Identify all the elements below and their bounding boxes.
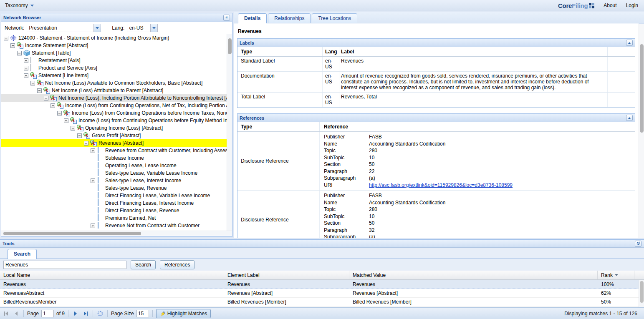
about-link[interactable]: About bbox=[604, 3, 616, 8]
lang-select-dropdown-button[interactable] bbox=[150, 24, 157, 32]
page-size-input[interactable] bbox=[136, 310, 149, 317]
tree-row[interactable]: ANet Income (Loss) Attributable to Paren… bbox=[1, 87, 227, 94]
tree-row[interactable]: 124000 - Statement - Statement of Income… bbox=[1, 34, 227, 42]
tree-row[interactable]: AIncome Statement [Abstract] bbox=[1, 42, 227, 49]
abstract-element-icon: A bbox=[37, 80, 43, 86]
network-browser-controls: Network: Presentation Lang: en-US bbox=[1, 22, 232, 34]
login-link[interactable]: Login bbox=[626, 3, 638, 8]
tree-row[interactable]: AStatement [Line Items] bbox=[1, 72, 227, 79]
collapse-toggle[interactable] bbox=[77, 133, 82, 138]
collapse-toggle[interactable] bbox=[44, 96, 48, 100]
tab-tree-locations[interactable]: Tree Locations bbox=[312, 13, 357, 23]
result-row[interactable]: RevenuesAbstractRevenues [Abstract]Reven… bbox=[0, 289, 644, 298]
expand-toggle[interactable] bbox=[24, 66, 28, 70]
tree-row[interactable]: Direct Financing Lease, Interest Income bbox=[1, 199, 227, 207]
tree-row[interactable]: Premiums Earned, Net bbox=[1, 214, 227, 222]
collapse-toggle[interactable] bbox=[37, 88, 42, 93]
tab-relationships[interactable]: Relationships bbox=[268, 13, 311, 23]
tab-details[interactable]: Details bbox=[238, 13, 267, 23]
tree-row[interactable]: AIncome (Loss) from Continuing Operation… bbox=[1, 117, 227, 124]
collapse-references-button[interactable] bbox=[626, 115, 633, 121]
network-select[interactable]: Presentation bbox=[27, 24, 101, 32]
collapse-toggle[interactable] bbox=[71, 126, 75, 131]
scrollbar-thumb[interactable] bbox=[640, 281, 644, 303]
reference-field: Topic280 bbox=[324, 147, 635, 154]
tree-row[interactable]: Sublease Income bbox=[1, 154, 227, 162]
tree-row[interactable]: Sales-type Lease, Interest Income bbox=[1, 177, 227, 184]
tree-row[interactable]: Revenue from Contract with Customer, Inc… bbox=[1, 147, 227, 154]
tree-row[interactable]: Direct Financing Lease, Variable Lease I… bbox=[1, 192, 227, 199]
tree-row[interactable]: Revenue Not from Contract with Customer bbox=[1, 222, 227, 229]
highlight-matches-button[interactable]: Highlight Matches bbox=[156, 309, 211, 318]
first-page-button[interactable] bbox=[3, 310, 10, 317]
previous-page-button[interactable] bbox=[13, 310, 20, 317]
collapse-toggle[interactable] bbox=[51, 103, 55, 108]
collapse-labels-button[interactable] bbox=[626, 40, 633, 46]
taxonomy-menu[interactable]: Taxonomy bbox=[0, 0, 39, 11]
collapse-toggle[interactable] bbox=[30, 81, 35, 85]
collapse-left-panel-button[interactable]: « bbox=[223, 15, 230, 21]
result-row[interactable]: RevenuesRevenuesRevenues100% bbox=[0, 280, 644, 289]
sort-descending-icon bbox=[615, 274, 618, 276]
last-page-button[interactable] bbox=[82, 310, 89, 317]
page-number-input[interactable] bbox=[41, 310, 54, 317]
reference-field: Subparagraph(a) bbox=[324, 234, 635, 238]
search-button[interactable]: Search bbox=[131, 260, 156, 269]
tree-row[interactable]: AIncome (Loss) from Continuing Operation… bbox=[1, 102, 227, 109]
network-select-dropdown-button[interactable] bbox=[93, 24, 101, 32]
tree-row[interactable]: Sales-type Lease, Variable Lease Income bbox=[1, 169, 227, 177]
result-row[interactable]: BilledRevenuesMemberBilled Revenues [Mem… bbox=[0, 298, 644, 306]
scrollbar-thumb[interactable] bbox=[640, 44, 644, 133]
next-page-button[interactable] bbox=[72, 310, 79, 317]
tree-row[interactable]: ANet Income (Loss) Available to Common S… bbox=[1, 79, 227, 87]
lang-select[interactable]: en-US bbox=[127, 24, 158, 32]
scrollbar-thumb[interactable] bbox=[228, 38, 232, 54]
collapse-toggle[interactable] bbox=[10, 43, 15, 48]
collapse-toggle[interactable] bbox=[17, 51, 22, 55]
collapse-toggle[interactable] bbox=[24, 73, 28, 78]
tree-row[interactable]: ARevenues [Abstract] bbox=[1, 139, 227, 147]
tree-horizontal-scrollbar[interactable] bbox=[1, 231, 232, 236]
tree-row[interactable]: Sales-type Lease, Revenue bbox=[1, 184, 227, 192]
search-input[interactable] bbox=[3, 261, 126, 269]
network-browser-title: Network Browser bbox=[3, 15, 41, 20]
collapse-toggle[interactable] bbox=[57, 111, 62, 116]
expand-toggle[interactable] bbox=[91, 224, 95, 228]
results-col-matched-value[interactable]: Matched Value bbox=[349, 271, 598, 279]
results-vertical-scrollbar[interactable] bbox=[639, 280, 644, 307]
tree-row[interactable]: Restatement [Axis] bbox=[1, 57, 227, 64]
reference-field-value: 10 bbox=[369, 213, 374, 220]
tree-vertical-scrollbar[interactable] bbox=[227, 34, 232, 231]
reference-field-key: SubTopic bbox=[324, 154, 369, 161]
tree-row[interactable]: AOperating Income (Loss) [Abstract] bbox=[1, 124, 227, 132]
tools-title: Tools bbox=[3, 241, 15, 246]
tree-row[interactable]: ANet Income (Loss), Including Portion At… bbox=[1, 94, 227, 102]
abstract-element-icon: A bbox=[50, 95, 57, 101]
expand-toggle[interactable] bbox=[91, 148, 95, 153]
toolbar-separator bbox=[107, 310, 108, 317]
tree-row[interactable]: AGross Profit [Abstract] bbox=[1, 132, 227, 139]
refresh-button[interactable] bbox=[96, 310, 104, 317]
reference-uri-link[interactable]: http://asc.fasb.org/extlink&oid=11592982… bbox=[369, 182, 513, 189]
results-col-rank[interactable]: Rank bbox=[598, 271, 634, 279]
details-vertical-scrollbar[interactable] bbox=[639, 24, 644, 238]
expand-toggle[interactable] bbox=[91, 178, 95, 183]
collapse-toggle[interactable] bbox=[64, 118, 68, 123]
tree-row[interactable]: AIncome (Loss) from Continuing Operation… bbox=[1, 109, 227, 117]
tree-item-label: Direct Financing Lease, Revenue bbox=[105, 208, 179, 214]
references-button[interactable]: References bbox=[160, 260, 194, 269]
tree-row[interactable]: Product and Service [Axis] bbox=[1, 64, 227, 72]
tree-row[interactable]: Operating Lease, Lease Income bbox=[1, 162, 227, 169]
tree-row[interactable]: Direct Financing Lease, Revenue bbox=[1, 207, 227, 214]
results-col-local-name[interactable]: Local Name bbox=[0, 271, 224, 279]
collapse-tools-button[interactable] bbox=[635, 241, 641, 247]
tree-row[interactable]: Statement [Table] bbox=[1, 49, 227, 57]
collapse-toggle[interactable] bbox=[84, 141, 88, 146]
abstract-element-icon: A bbox=[63, 110, 70, 116]
scrollbar-thumb[interactable] bbox=[3, 232, 141, 235]
expand-toggle[interactable] bbox=[24, 58, 28, 63]
tab-search[interactable]: Search bbox=[8, 249, 37, 259]
tree-item-label: Income Statement [Abstract] bbox=[25, 43, 88, 48]
collapse-toggle[interactable] bbox=[4, 36, 8, 40]
results-col-element-label[interactable]: Element Label bbox=[224, 271, 349, 279]
